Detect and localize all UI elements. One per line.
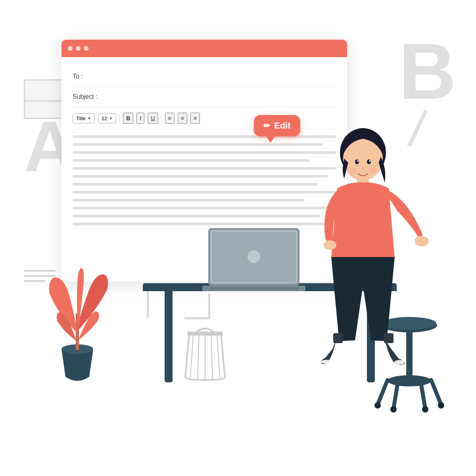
svg-line-24 [211, 334, 213, 379]
svg-rect-26 [187, 332, 223, 336]
svg-point-7 [355, 159, 359, 164]
align-right-button[interactable]: ≡ [190, 113, 200, 124]
to-label: To : [73, 73, 104, 80]
svg-point-8 [367, 159, 371, 164]
font-select-value: Title [76, 115, 86, 121]
edit-bubble[interactable]: ✏ Edit [254, 115, 300, 136]
edit-pencil-icon: ✏ [263, 121, 270, 131]
svg-point-35 [374, 402, 381, 409]
svg-point-10 [369, 160, 370, 162]
plant [46, 262, 109, 385]
toolbar-divider-2 [161, 114, 162, 122]
laptop [202, 228, 305, 296]
subject-input[interactable] [104, 92, 336, 101]
bold-button[interactable]: B [123, 113, 133, 124]
size-select-value: 12 [102, 115, 107, 121]
font-select-arrow: ▼ [87, 116, 91, 121]
align-left-button[interactable]: ≡ [165, 113, 175, 124]
italic-button[interactable]: I [136, 113, 144, 124]
toolbar-divider-1 [119, 114, 120, 122]
window-dot-2 [76, 46, 81, 51]
align-center-button[interactable]: ≡ [178, 113, 187, 124]
svg-rect-18 [210, 288, 298, 290]
font-select[interactable]: Title ▼ [73, 113, 95, 123]
text-line [73, 215, 320, 217]
svg-line-22 [198, 334, 199, 379]
window-titlebar [61, 40, 347, 57]
window-dot-3 [84, 46, 88, 51]
svg-rect-6 [384, 333, 393, 343]
svg-point-12 [369, 168, 377, 173]
to-input[interactable] [104, 72, 336, 81]
size-select-arrow: ▼ [109, 116, 113, 121]
text-line [73, 183, 318, 186]
text-line [73, 159, 310, 162]
window-dot-1 [68, 46, 73, 51]
size-select[interactable]: 12 ▼ [98, 113, 116, 123]
person-illustration [286, 119, 436, 397]
svg-point-37 [390, 406, 397, 413]
svg-rect-5 [333, 333, 343, 343]
text-line [73, 199, 304, 202]
svg-line-25 [217, 334, 220, 378]
underline-button[interactable]: U [148, 113, 158, 124]
svg-point-9 [357, 160, 359, 162]
svg-point-4 [324, 240, 336, 250]
subject-field[interactable]: Subject : [73, 87, 336, 107]
waste-basket [183, 325, 227, 381]
svg-point-11 [349, 168, 357, 173]
to-field[interactable]: To : [73, 67, 336, 87]
svg-line-21 [190, 334, 193, 378]
bg-letter-b: B [399, 32, 456, 111]
svg-point-38 [422, 406, 428, 413]
svg-point-16 [248, 250, 260, 263]
svg-point-36 [438, 402, 444, 409]
edit-label: Edit [274, 121, 291, 131]
subject-label: Subject : [73, 93, 104, 100]
svg-point-3 [415, 236, 429, 246]
